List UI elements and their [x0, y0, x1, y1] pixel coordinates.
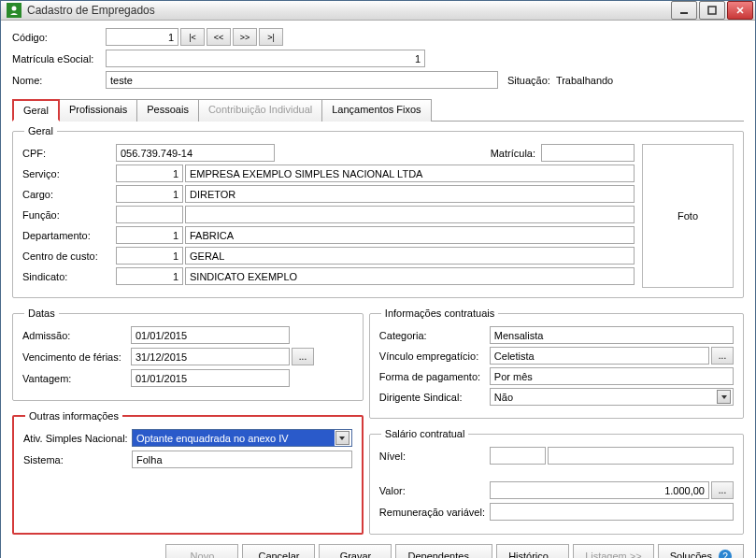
vencimento-ferias-ellipsis-button[interactable]: ...: [292, 348, 314, 365]
centro-custo-label: Centro de custo:: [22, 250, 116, 262]
window-buttons: [669, 1, 753, 20]
outras-legend: Outras informações: [25, 410, 122, 422]
valor-ellipsis-button[interactable]: ...: [711, 481, 734, 499]
cpf-label: CPF:: [22, 148, 116, 159]
datas-legend: Datas: [24, 308, 59, 319]
matricula-esocial-input[interactable]: [106, 50, 425, 67]
solucoes-label: Soluções: [670, 551, 712, 559]
cargo-desc-input[interactable]: [185, 185, 635, 203]
cancelar-button[interactable]: Cancelar: [242, 544, 315, 558]
novo-button: Novo: [165, 544, 238, 558]
geral-legend: Geral: [24, 125, 57, 136]
contratuais-legend: Informações contratuais: [381, 308, 498, 319]
tab-contribuicao-individual: Contribuição Individual: [198, 99, 322, 122]
vinculo-input[interactable]: [490, 347, 709, 365]
matricula-input[interactable]: [541, 144, 635, 162]
admissao-input[interactable]: [131, 326, 290, 344]
vencimento-ferias-label: Vencimento de férias:: [22, 351, 131, 363]
nome-label: Nome:: [12, 75, 106, 86]
salario-fieldset: Salário contratual Nível: Valor: ... Rem…: [369, 428, 744, 535]
servico-desc-input[interactable]: [185, 165, 635, 182]
tab-geral[interactable]: Geral: [12, 99, 60, 122]
valor-label: Valor:: [379, 485, 490, 496]
vantagem-label: Vantagem:: [22, 373, 131, 384]
remuneracao-variavel-label: Remuneração variável:: [379, 507, 490, 518]
centro-custo-desc-input[interactable]: [185, 247, 635, 265]
svg-rect-1: [680, 12, 688, 14]
remuneracao-variavel-input[interactable]: [490, 503, 734, 521]
departamento-label: Departamento:: [22, 230, 116, 241]
vencimento-ferias-input[interactable]: [131, 348, 290, 365]
situacao-value: Trabalhando: [556, 75, 613, 86]
minimize-button[interactable]: [671, 1, 697, 20]
dirigente-value: Não: [494, 392, 513, 403]
chevron-down-icon: [335, 431, 349, 445]
sistema-input[interactable]: [132, 451, 352, 468]
ativ-simples-select[interactable]: Optante enquadrada no anexo IV: [132, 429, 352, 447]
tab-pessoais[interactable]: Pessoais: [136, 99, 199, 122]
tab-profissionais[interactable]: Profissionais: [59, 99, 137, 122]
cargo-code-input[interactable]: [116, 185, 183, 203]
info-contratuais-fieldset: Informações contratuais Categoria: Víncu…: [369, 308, 744, 419]
codigo-label: Código:: [12, 32, 106, 43]
ativ-simples-label: Ativ. Simples Nacional:: [23, 433, 132, 444]
funcao-desc-input[interactable]: [185, 206, 635, 223]
help-icon: ?: [719, 550, 732, 558]
content-area: Código: |< << >> >| Matrícula eSocial: N…: [1, 21, 755, 558]
sistema-label: Sistema:: [23, 454, 132, 465]
dirigente-sindical-select[interactable]: Não: [490, 388, 734, 406]
sindicato-label: Sindicato:: [22, 271, 116, 282]
categoria-label: Categoria:: [379, 330, 490, 341]
admissao-label: Admissão:: [22, 330, 131, 341]
sindicato-code-input[interactable]: [116, 267, 183, 285]
chevron-down-icon: [717, 390, 731, 404]
situacao-label: Situação:: [507, 75, 550, 86]
departamento-desc-input[interactable]: [185, 226, 635, 244]
vinculo-ellipsis-button[interactable]: ...: [711, 347, 734, 365]
matricula-label: Matrícula:: [491, 148, 535, 159]
gravar-button[interactable]: Gravar: [319, 544, 392, 558]
ativ-simples-value: Optante enquadrada no anexo IV: [133, 430, 335, 446]
solucoes-button[interactable]: Soluções ?: [658, 544, 744, 558]
departamento-code-input[interactable]: [116, 226, 183, 244]
sindicato-desc-input[interactable]: [185, 267, 635, 285]
servico-label: Serviço:: [22, 168, 116, 179]
close-button[interactable]: [727, 1, 753, 20]
categoria-input[interactable]: [490, 326, 734, 344]
historico-button[interactable]: Histórico...: [496, 544, 569, 558]
nivel-input-1[interactable]: [490, 447, 546, 465]
window: Cadastro de Empregados Código: |< << >> …: [0, 0, 756, 558]
nav-last-button[interactable]: >|: [259, 28, 283, 46]
nav-next-button[interactable]: >>: [233, 28, 257, 46]
vinculo-label: Vínculo empregatício:: [379, 351, 490, 362]
dependentes-button[interactable]: Dependentes ...: [395, 544, 492, 558]
maximize-button[interactable]: [699, 1, 725, 20]
datas-fieldset: Datas Admissão: Vencimento de férias: ..…: [12, 308, 364, 401]
centro-custo-code-input[interactable]: [116, 247, 183, 265]
forma-pagamento-label: Forma de pagamento:: [379, 371, 490, 382]
cargo-label: Cargo:: [22, 189, 116, 200]
valor-input[interactable]: [490, 481, 709, 499]
foto-box[interactable]: Foto: [642, 144, 734, 288]
cpf-input[interactable]: [116, 144, 275, 162]
nivel-input-2[interactable]: [548, 447, 734, 465]
matricula-esocial-label: Matrícula eSocial:: [12, 53, 106, 64]
nivel-label: Nível:: [379, 451, 490, 462]
vantagem-input[interactable]: [131, 369, 290, 387]
funcao-code-input[interactable]: [116, 206, 183, 223]
app-icon: [7, 3, 21, 18]
servico-code-input[interactable]: [116, 165, 183, 182]
foto-label: Foto: [678, 210, 698, 222]
svg-point-0: [12, 7, 17, 11]
nome-input[interactable]: [106, 71, 498, 89]
nav-prev-button[interactable]: <<: [207, 28, 231, 46]
dirigente-sindical-label: Dirigente Sindical:: [379, 392, 490, 403]
window-title: Cadastro de Empregados: [27, 4, 669, 17]
codigo-input[interactable]: [106, 28, 178, 46]
titlebar: Cadastro de Empregados: [1, 1, 755, 21]
forma-pagamento-input[interactable]: [490, 367, 734, 385]
nav-first-button[interactable]: |<: [180, 28, 205, 46]
geral-fieldset: Geral CPF: Matrícula: Serviço:: [12, 125, 744, 298]
salario-legend: Salário contratual: [381, 428, 469, 439]
tab-lancamentos-fixos[interactable]: Lançamentos Fixos: [321, 99, 431, 122]
